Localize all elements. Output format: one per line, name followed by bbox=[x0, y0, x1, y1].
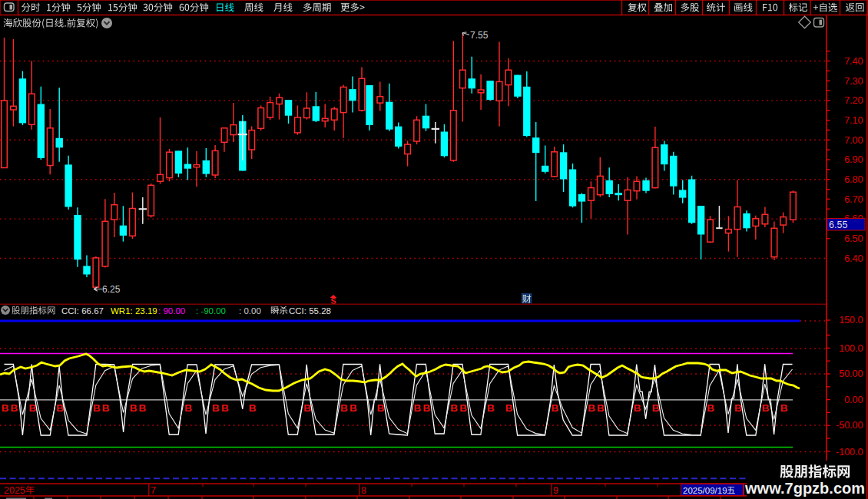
svg-text:2025: 2025 bbox=[4, 485, 25, 496]
svg-text:150.0: 150.0 bbox=[839, 315, 863, 326]
svg-text:6.25: 6.25 bbox=[102, 284, 121, 295]
svg-text:8: 8 bbox=[361, 485, 366, 496]
svg-text:B: B bbox=[450, 402, 458, 414]
svg-text:6.70: 6.70 bbox=[844, 194, 863, 205]
svg-text:6.80: 6.80 bbox=[844, 174, 863, 185]
svg-text:7.30: 7.30 bbox=[844, 76, 863, 87]
svg-text:B: B bbox=[487, 402, 495, 414]
svg-text:B: B bbox=[505, 402, 513, 414]
svg-text:B: B bbox=[707, 402, 714, 414]
svg-text:B: B bbox=[551, 402, 558, 414]
svg-text:7.40: 7.40 bbox=[844, 56, 863, 67]
svg-text:B: B bbox=[303, 402, 311, 414]
svg-text:7: 7 bbox=[151, 485, 156, 496]
svg-text:: 0.00: : 0.00 bbox=[239, 306, 261, 316]
svg-text:0.00: 0.00 bbox=[844, 395, 863, 405]
svg-text:B: B bbox=[56, 402, 64, 414]
svg-text:www.7gpzb.com: www.7gpzb.com bbox=[744, 480, 865, 497]
svg-text:B: B bbox=[734, 402, 742, 414]
svg-text:: 90.00: : 90.00 bbox=[158, 306, 185, 316]
svg-text:B: B bbox=[762, 402, 770, 414]
svg-text:7.55: 7.55 bbox=[470, 30, 489, 41]
svg-text:B: B bbox=[414, 402, 422, 414]
svg-text:B: B bbox=[184, 402, 192, 414]
svg-text:100.0: 100.0 bbox=[839, 343, 863, 354]
svg-text:7.10: 7.10 bbox=[844, 115, 863, 126]
svg-text:B: B bbox=[634, 402, 641, 414]
svg-text:B: B bbox=[780, 402, 788, 414]
svg-text:B: B bbox=[422, 402, 430, 414]
svg-text:B: B bbox=[249, 402, 257, 414]
svg-text:B: B bbox=[221, 402, 229, 414]
svg-text:50.00: 50.00 bbox=[839, 368, 863, 379]
svg-text:7.00: 7.00 bbox=[844, 135, 863, 146]
svg-text:B: B bbox=[2, 402, 9, 414]
svg-text:B: B bbox=[212, 402, 220, 414]
svg-text:B: B bbox=[93, 402, 101, 414]
svg-text:B: B bbox=[130, 402, 137, 414]
svg-text:9: 9 bbox=[553, 485, 558, 496]
svg-text:B: B bbox=[588, 402, 595, 414]
svg-text:B: B bbox=[139, 402, 147, 414]
svg-text:-50.00: -50.00 bbox=[836, 420, 863, 431]
svg-text:B: B bbox=[377, 402, 385, 414]
svg-text:7.20: 7.20 bbox=[844, 95, 863, 106]
svg-text:CCI: 66.67: CCI: 66.67 bbox=[61, 306, 104, 316]
svg-text:-100.0: -100.0 bbox=[836, 447, 863, 458]
svg-text:B: B bbox=[28, 402, 36, 414]
svg-text:2025/09/19: 2025/09/19 bbox=[683, 486, 727, 495]
svg-text:B: B bbox=[652, 402, 660, 414]
svg-text:: -90.00: : -90.00 bbox=[196, 306, 226, 316]
svg-text:B: B bbox=[11, 402, 18, 414]
svg-text:CCI: 55.28: CCI: 55.28 bbox=[289, 306, 331, 316]
svg-text:6.90: 6.90 bbox=[844, 154, 863, 165]
svg-text:B: B bbox=[102, 402, 110, 414]
svg-text:WR1: 23.19: WR1: 23.19 bbox=[111, 306, 157, 316]
svg-text:6.55: 6.55 bbox=[829, 220, 847, 230]
svg-text:B: B bbox=[459, 402, 467, 414]
svg-text:B: B bbox=[597, 402, 605, 414]
svg-text:6.50: 6.50 bbox=[844, 233, 863, 244]
svg-text:B: B bbox=[350, 402, 357, 414]
svg-text:6.40: 6.40 bbox=[844, 253, 863, 264]
svg-text:B: B bbox=[340, 402, 348, 414]
